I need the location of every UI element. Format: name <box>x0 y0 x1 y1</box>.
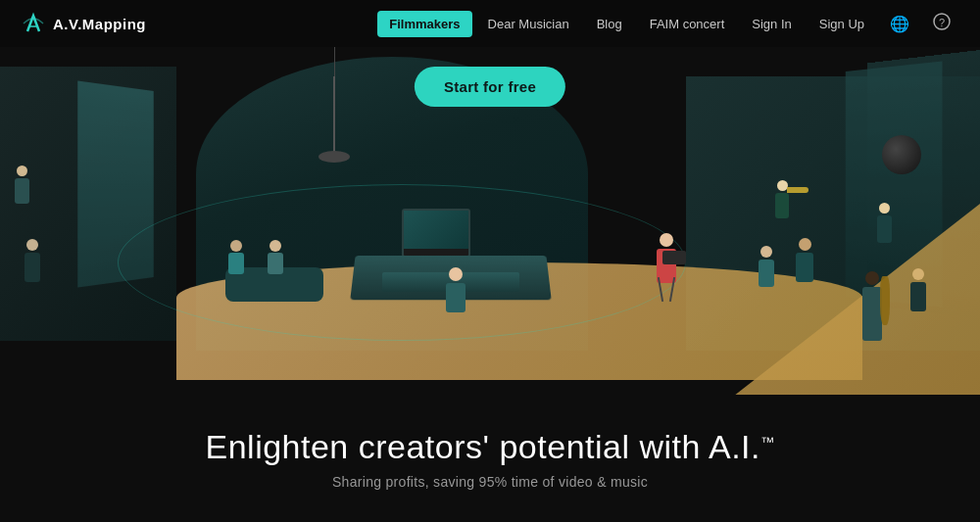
main-tagline: Enlighten creators' potential with A.I.™ <box>205 428 774 466</box>
walk1-body <box>759 260 774 287</box>
sitting1-body <box>228 253 244 274</box>
person-desk-head <box>449 267 463 281</box>
top-right-body <box>877 215 892 243</box>
person-desk-body <box>446 283 466 312</box>
trumpet-instrument <box>787 187 808 193</box>
top-left-head <box>17 166 27 176</box>
camera-device <box>662 251 686 264</box>
walk2-body <box>796 253 813 282</box>
nav-links: Filmmakers Dear Musician Blog FAIM conce… <box>377 7 960 40</box>
person-top-left <box>15 166 29 204</box>
person-sitting-1 <box>230 240 244 274</box>
hero-section: Start for free <box>0 0 980 522</box>
navbar: A.V.Mapping Filmmakers Dear Musician Blo… <box>0 0 980 47</box>
cellist-head <box>865 271 879 285</box>
start-for-free-button[interactable]: Start for free <box>415 67 565 107</box>
far-right-head <box>912 268 924 280</box>
person-sitting-2 <box>270 240 283 274</box>
nav-filmmakers[interactable]: Filmmakers <box>377 11 471 37</box>
lamp <box>333 76 335 155</box>
person-walking-2 <box>796 238 813 282</box>
tripod <box>655 272 678 302</box>
nav-sign-in[interactable]: Sign In <box>740 11 803 37</box>
logo[interactable]: A.V.Mapping <box>20 10 146 37</box>
person-walking-1 <box>759 246 774 287</box>
left-room-body <box>24 253 40 282</box>
person-with-cello <box>862 271 882 341</box>
walk2-head <box>799 238 811 251</box>
nav-sign-up[interactable]: Sign Up <box>808 11 876 37</box>
trademark-symbol: ™ <box>760 433 775 449</box>
sphere-decoration <box>882 135 921 174</box>
person-far-right <box>910 268 926 311</box>
sub-tagline: Sharing profits, saving 95% time of vide… <box>332 474 648 490</box>
monitor-screen <box>404 211 468 249</box>
monitor <box>402 209 470 258</box>
trumpet-head <box>777 180 788 191</box>
left-room-head <box>26 239 38 251</box>
sitting1-head <box>230 240 242 252</box>
sitting2-body <box>268 253 283 274</box>
svg-text:?: ? <box>939 17 945 28</box>
nav-faim-concert[interactable]: FAIM concert <box>638 11 737 37</box>
person-top-right <box>877 203 892 243</box>
nav-dear-musician[interactable]: Dear Musician <box>476 11 581 37</box>
cellist-body <box>862 287 882 341</box>
person-at-desk <box>441 267 470 321</box>
text-section: Enlighten creators' potential with A.I.™… <box>0 395 980 522</box>
nav-blog[interactable]: Blog <box>585 11 634 37</box>
far-right-body <box>910 282 926 311</box>
couch-area <box>216 223 333 302</box>
tagline-text: Enlighten creators' potential with A.I. <box>205 428 760 465</box>
person-with-trumpet <box>775 180 789 218</box>
trumpet-body <box>775 193 789 218</box>
globe-icon[interactable]: 🌐 <box>880 9 919 39</box>
person-with-camera <box>647 233 686 302</box>
walk1-head <box>760 246 772 258</box>
top-left-body <box>15 178 29 204</box>
top-right-head <box>879 203 890 214</box>
lamp-wire <box>334 47 335 76</box>
person-left-room <box>24 239 40 282</box>
logo-text: A.V.Mapping <box>53 16 146 32</box>
cello-instrument <box>880 276 890 325</box>
sitting2-head <box>270 240 281 252</box>
camera-person-head <box>660 233 673 247</box>
help-icon[interactable]: ? <box>923 7 960 40</box>
